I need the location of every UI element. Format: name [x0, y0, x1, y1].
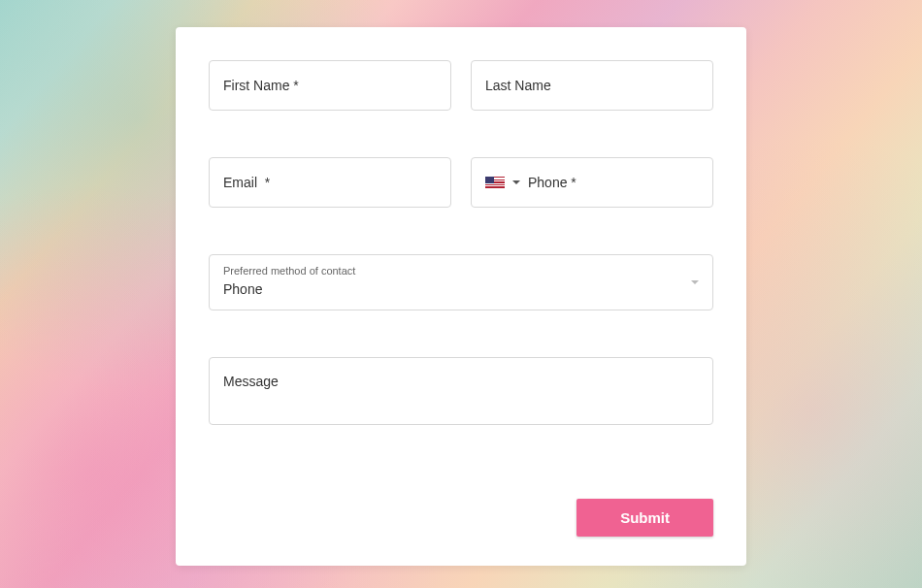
chevron-down-icon: [691, 280, 699, 284]
first-name-field: [209, 60, 451, 111]
phone-field: Phone *: [471, 157, 713, 208]
submit-button[interactable]: Submit: [576, 499, 713, 537]
preferred-contact-select[interactable]: Preferred method of contact Phone: [209, 254, 713, 310]
contact-row: Phone *: [209, 157, 713, 208]
message-row: [209, 357, 713, 429]
contact-form-card: Phone * Preferred method of contact Phon…: [176, 27, 746, 566]
email-input[interactable]: [209, 157, 451, 208]
name-row: [209, 60, 713, 111]
preferred-contact-value: Phone: [223, 281, 262, 297]
message-textarea[interactable]: [209, 357, 713, 425]
last-name-input[interactable]: [471, 60, 713, 111]
last-name-field: [471, 60, 713, 111]
form-actions: Submit: [209, 499, 713, 537]
preferred-contact-label: Preferred method of contact: [223, 265, 699, 277]
first-name-input[interactable]: [209, 60, 451, 111]
preferred-contact-row: Preferred method of contact Phone: [209, 254, 713, 310]
phone-input-wrapper[interactable]: Phone *: [471, 157, 713, 208]
email-field: [209, 157, 451, 208]
phone-label: Phone *: [528, 175, 699, 190]
chevron-down-icon: [512, 180, 520, 184]
us-flag-icon: [485, 177, 505, 189]
